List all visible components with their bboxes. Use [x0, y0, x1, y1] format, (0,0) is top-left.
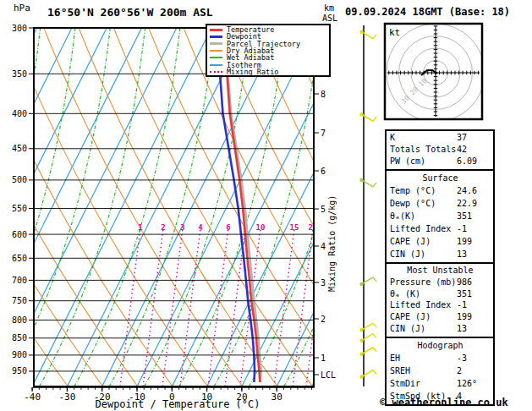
row-label: PW (cm) — [390, 156, 457, 167]
row-value: 6.09 — [457, 156, 491, 167]
wind-barbs — [359, 30, 376, 378]
table-row: Pressure (mb)986 — [390, 277, 491, 288]
lcl-label: LCL — [321, 370, 336, 380]
svg-text:2: 2 — [321, 315, 326, 324]
mixing-ratio-axis-label: Mixing Ratio (g/kg) — [327, 195, 337, 292]
svg-text:6: 6 — [321, 167, 326, 176]
row-value: 37 — [457, 132, 491, 144]
row-label: Lifted Index — [390, 299, 457, 311]
table-row: PW (cm)6.09 — [390, 156, 491, 167]
hodograph-plot: 102030kt — [385, 24, 485, 122]
row-value: 13 — [457, 323, 491, 335]
table-row: Lifted Index-1 — [390, 299, 491, 311]
row-value: 126° — [457, 377, 491, 390]
table-row: CAPE (J)199 — [390, 235, 491, 248]
hodograph-table: Hodograph EH-3SREH2StmDir126°StmSpd (kt)… — [385, 337, 495, 406]
svg-text:400: 400 — [12, 109, 27, 118]
row-label: Dewp (°C) — [390, 197, 457, 210]
row-label: SREH — [390, 364, 457, 377]
table-row: StmDir126° — [390, 377, 491, 390]
row-value: 42 — [457, 144, 491, 156]
most-unstable-table: Most Unstable Pressure (mb)986θₑ (K)351L… — [385, 262, 495, 337]
legend-item-mixing-ratio: Mixing Ratio — [210, 68, 329, 75]
hodograph-table-title: Hodograph — [390, 339, 491, 352]
legend-box: Temperature Dewpoint Parcel Trajectory D… — [206, 24, 331, 77]
altitude-axis-unit-asl: ASL — [322, 14, 337, 23]
row-value: 986 — [457, 277, 491, 288]
svg-text:350: 350 — [12, 69, 27, 79]
table-row: Dewp (°C)22.9 — [390, 197, 491, 210]
table-row: CIN (J)13 — [390, 248, 491, 260]
row-label: CAPE (J) — [390, 311, 457, 323]
svg-text:700: 700 — [12, 276, 27, 285]
row-label: θₑ (K) — [390, 288, 457, 300]
svg-text:7: 7 — [321, 129, 326, 138]
indices-table: K37Totals Totals42PW (cm)6.09 — [385, 129, 495, 169]
table-row: CIN (J)13 — [390, 323, 491, 335]
row-value: 13 — [457, 248, 491, 260]
row-value: 351 — [457, 288, 491, 300]
svg-text:10: 10 — [256, 223, 266, 232]
table-row: Totals Totals42 — [390, 144, 491, 156]
station-title: 16°50'N 260°56'W 200m ASL — [47, 6, 213, 19]
row-value: -1 — [457, 299, 491, 311]
surface-table-title: Surface — [390, 172, 491, 184]
sounding-index-tables: K37Totals Totals42PW (cm)6.09 Surface Te… — [385, 129, 495, 406]
svg-text:850: 850 — [12, 333, 27, 342]
row-value: 199 — [457, 235, 491, 248]
svg-text:950: 950 — [12, 366, 27, 375]
dewpoint-line-swatch — [210, 36, 222, 38]
svg-text:15: 15 — [290, 223, 299, 232]
row-label: StmDir — [390, 377, 457, 390]
temperature-axis-title: Dewpoint / Temperature (°C) — [34, 398, 321, 410]
svg-text:3: 3 — [180, 223, 184, 232]
svg-text:800: 800 — [12, 315, 27, 325]
row-value: 24.6 — [457, 184, 491, 197]
svg-text:8: 8 — [321, 90, 326, 99]
dry-adiabat-line-swatch — [210, 50, 222, 52]
parcel-line-swatch — [210, 42, 222, 45]
row-value: -1 — [457, 222, 491, 235]
svg-text:600: 600 — [12, 230, 27, 239]
row-label: θₑ(K) — [390, 210, 457, 222]
row-value: 351 — [457, 210, 491, 222]
copyright-watermark: © weatheronline.co.uk — [380, 397, 508, 408]
svg-text:4: 4 — [321, 242, 326, 251]
row-label: EH — [390, 352, 457, 364]
table-row: K37 — [390, 132, 491, 144]
pressure-axis-unit: hPa — [14, 3, 30, 14]
row-label: CIN (J) — [390, 248, 457, 260]
table-row: θₑ (K)351 — [390, 288, 491, 300]
isotherm-line-swatch — [210, 64, 222, 66]
row-value: 2 — [457, 364, 491, 377]
svg-text:2: 2 — [161, 223, 165, 232]
row-value: -3 — [457, 352, 491, 364]
svg-text:900: 900 — [12, 350, 27, 359]
most-unstable-table-title: Most Unstable — [390, 265, 491, 277]
row-label: Temp (°C) — [390, 184, 457, 197]
row-value: 22.9 — [457, 197, 491, 210]
row-value: 199 — [457, 311, 491, 323]
altitude-axis-unit-km: km — [324, 3, 334, 13]
svg-text:3: 3 — [321, 278, 326, 288]
wet-adiabat-line-swatch — [210, 57, 222, 58]
datetime-title: 09.09.2024 18GMT (Base: 18) — [345, 6, 510, 18]
svg-text:750: 750 — [12, 296, 27, 305]
svg-text:300: 300 — [12, 24, 27, 33]
row-label: CIN (J) — [390, 323, 457, 335]
row-label: CAPE (J) — [390, 235, 457, 248]
table-row: EH-3 — [390, 352, 491, 364]
table-row: Temp (°C)24.6 — [390, 184, 491, 197]
svg-text:650: 650 — [12, 254, 27, 263]
table-row: SREH2 — [390, 364, 491, 377]
svg-text:5: 5 — [321, 205, 326, 214]
temperature-line-swatch — [210, 29, 222, 31]
svg-text:450: 450 — [12, 144, 27, 153]
svg-text:4: 4 — [198, 223, 203, 232]
svg-text:6: 6 — [226, 223, 230, 232]
hodograph-unit-label: kt — [389, 27, 400, 38]
mixing-ratio-line-swatch — [210, 71, 222, 73]
row-label: K — [390, 132, 457, 144]
row-label: Lifted Index — [390, 222, 457, 235]
svg-text:1: 1 — [138, 223, 142, 232]
